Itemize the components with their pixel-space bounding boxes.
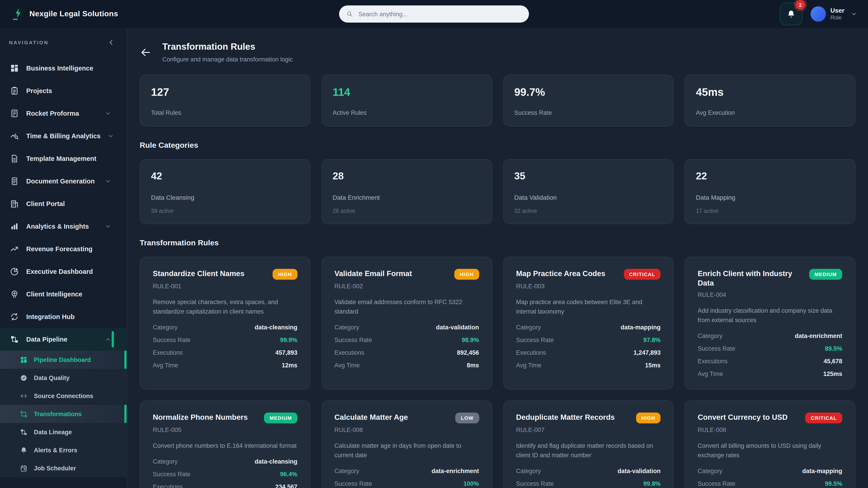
back-button[interactable] <box>140 46 151 58</box>
stats-row: 127 Total Rules 114 Active Rules 99.7% S… <box>140 74 855 127</box>
logo-icon <box>11 7 24 21</box>
brain-icon <box>10 290 19 299</box>
data-pipeline-submenu: Pipeline Dashboard Data Quality Source C… <box>0 351 127 477</box>
pipeline-icon <box>10 335 19 344</box>
grid-icon <box>10 64 19 73</box>
chevron-down-icon <box>851 11 857 17</box>
rule-card[interactable]: Calculate Matter Age LOW RULE-006 Calcul… <box>321 400 492 488</box>
rule-card[interactable]: Enrich Client with Industry Data MEDIUM … <box>685 257 856 389</box>
rule-id: RULE-003 <box>516 283 661 290</box>
brand: Nexgile Legal Solutions <box>11 7 118 21</box>
document-icon <box>10 154 19 163</box>
search-bar[interactable] <box>339 5 529 23</box>
bell-icon <box>20 446 28 454</box>
rule-metric-row: Success Rate 89.5% <box>698 345 842 352</box>
rule-metric-row: Success Rate 99.8% <box>516 480 661 487</box>
search-icon <box>346 10 353 18</box>
calendar-icon <box>20 464 28 472</box>
rule-metric-row: Avg Time 8ms <box>335 362 479 369</box>
rule-card[interactable]: Standardize Client Names HIGH RULE-001 R… <box>140 257 311 389</box>
sidebar-subitem[interactable]: Transformations <box>0 405 127 423</box>
priority-badge: CRITICAL <box>805 412 842 423</box>
page-subtitle: Configure and manage data transformation… <box>162 56 293 63</box>
sidebar-item[interactable]: Executive Dashboard <box>0 260 127 283</box>
sidebar-subitem[interactable]: Data Quality <box>0 369 127 387</box>
building-icon <box>10 199 19 208</box>
user-role: Role <box>831 14 844 21</box>
sidebar-item[interactable]: Revenue Forecasting <box>0 238 127 260</box>
sidebar-subitem[interactable]: Source Connections <box>0 387 127 405</box>
rule-card[interactable]: Convert Currency to USD CRITICAL RULE-00… <box>685 400 856 488</box>
priority-badge: LOW <box>456 412 479 423</box>
top-header: Nexgile Legal Solutions 2 User Role <box>0 0 868 28</box>
sidebar-subitem[interactable]: Data Lineage <box>0 423 127 441</box>
category-row: 42 Data Cleansing 39 active 28 Data Enri… <box>140 159 855 224</box>
clipboard-icon <box>10 86 19 95</box>
rule-metric-row: Executions 1,247,893 <box>516 349 661 356</box>
main-content: Transformation Rules Configure and manag… <box>127 28 868 488</box>
rule-metric-row: Executions 892,456 <box>335 349 479 356</box>
rule-metric-row: Executions 457,893 <box>153 349 298 356</box>
rule-id: RULE-008 <box>698 426 842 433</box>
rule-description: Convert phone numbers to E.164 internati… <box>153 441 298 451</box>
barchart-icon <box>10 222 19 231</box>
sidebar-item[interactable]: Client Portal <box>0 193 127 215</box>
rule-metric-row: Avg Time 12ms <box>153 362 298 369</box>
user-menu[interactable]: User Role <box>811 6 857 22</box>
rule-card[interactable]: Normalize Phone Numbers MEDIUM RULE-005 … <box>140 400 311 488</box>
app-root: Nexgile Legal Solutions 2 User Role <box>0 0 868 488</box>
sidebar-item[interactable]: Analytics & Insights <box>0 215 127 238</box>
rule-metric-row: Success Rate 100% <box>335 480 479 487</box>
chart-search-icon <box>10 131 19 140</box>
sync-icon <box>10 312 19 321</box>
sidebar-item[interactable]: Client Intelligence <box>0 283 127 305</box>
rule-metric-row: Category data-cleansing <box>153 458 298 465</box>
rule-id: RULE-006 <box>335 426 479 433</box>
rule-metric-row: Category data-enrichment <box>698 332 842 339</box>
rule-card[interactable]: Deduplicate Matter Records HIGH RULE-007… <box>503 400 674 488</box>
sidebar-item[interactable]: Business Intelligence <box>0 57 127 79</box>
stat-card: 127 Total Rules <box>140 74 311 127</box>
trending-icon <box>10 245 19 254</box>
rule-description: Calculate matter age in days from open d… <box>335 441 479 460</box>
search-input[interactable] <box>358 10 522 18</box>
rule-metric-row: Avg Time 15ms <box>516 362 661 369</box>
sidebar-collapse-button[interactable] <box>107 39 115 46</box>
sidebar-nav: Business Intelligence Projects Rocket Pr… <box>0 57 127 351</box>
rules-grid: Standardize Client Names HIGH RULE-001 R… <box>140 257 855 488</box>
sidebar-item[interactable]: Rocket Proforma <box>0 102 127 125</box>
notifications-button[interactable]: 2 <box>780 3 802 25</box>
chevron-up-icon <box>105 336 111 343</box>
navigation-label: NAVIGATION <box>9 40 49 45</box>
stat-card: 45ms Avg Execution <box>685 74 856 127</box>
sidebar-item[interactable]: Template Management <box>0 147 127 170</box>
sidebar-item[interactable]: Data Pipeline <box>0 328 127 351</box>
pipeline-icon <box>20 428 28 436</box>
rule-description: Remove special characters, extra spaces,… <box>153 298 298 317</box>
category-card: 22 Data Mapping 17 active <box>685 159 856 224</box>
rule-metric-row: Category data-enrichment <box>335 467 479 474</box>
priority-badge: MEDIUM <box>809 269 842 280</box>
priority-badge: HIGH <box>636 412 660 423</box>
chevron-down-icon <box>105 110 111 117</box>
sidebar-item[interactable]: Integration Hub <box>0 305 127 328</box>
rule-card[interactable]: Map Practice Area Codes CRITICAL RULE-00… <box>503 257 674 389</box>
sidebar-item[interactable]: Document Generation <box>0 170 127 193</box>
rule-id: RULE-004 <box>698 291 842 298</box>
sidebar-item[interactable]: Time & Billing Analytics <box>0 125 127 147</box>
rule-metric-row: Avg Time 125ms <box>698 370 842 377</box>
rule-metric-row: Success Rate 97.8% <box>516 337 661 344</box>
rule-metric-row: Success Rate 99.9% <box>153 337 298 344</box>
rule-description: Add industry classification and company … <box>698 306 842 325</box>
rule-metric-row: Category data-validation <box>516 467 661 474</box>
rule-id: RULE-002 <box>335 283 479 290</box>
priority-badge: MEDIUM <box>264 412 298 423</box>
sidebar-subitem[interactable]: Pipeline Dashboard <box>0 351 127 369</box>
rule-card[interactable]: Validate Email Format HIGH RULE-002 Vali… <box>321 257 492 389</box>
crop-icon <box>20 410 28 418</box>
sidebar-subitem[interactable]: Job Scheduler <box>0 459 127 477</box>
sidebar-subitem[interactable]: Alerts & Errors <box>0 441 127 459</box>
rule-metric-row: Category data-mapping <box>698 467 842 474</box>
rule-metric-row: Category data-cleansing <box>153 324 298 331</box>
sidebar-item[interactable]: Projects <box>0 79 127 102</box>
